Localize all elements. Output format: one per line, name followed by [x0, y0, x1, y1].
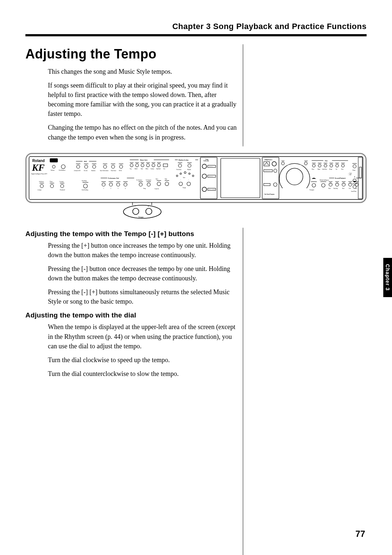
- svg-text:Song/Disk A: Song/Disk A: [208, 166, 213, 167]
- svg-text:Melody Intelligence: Melody Intelligence: [320, 179, 329, 181]
- svg-point-138: [281, 162, 284, 165]
- svg-text:Tone: Tone: [325, 160, 328, 162]
- svg-text:Oldies: Oldies: [146, 168, 149, 170]
- svg-point-6: [40, 184, 44, 187]
- svg-text:Intro: Intro: [156, 178, 158, 180]
- svg-text:Organ: Organ: [318, 169, 320, 170]
- dial-p3: Turn the dial counterclockwise to slow t…: [48, 369, 238, 378]
- svg-point-54: [124, 183, 127, 186]
- svg-rect-1: [50, 158, 58, 162]
- svg-rect-78: [163, 164, 168, 167]
- svg-text:Percussion: Percussion: [176, 169, 181, 170]
- svg-text:Rhythm Section: Rhythm Section: [179, 159, 189, 161]
- svg-point-120: [202, 174, 207, 178]
- svg-rect-134: [264, 183, 270, 186]
- svg-text:Tempo: Tempo: [183, 187, 186, 189]
- intro-p3: Changing the tempo has no effect on the …: [48, 123, 238, 142]
- section-heading-dial: Adjusting the tempo with the dial: [25, 311, 238, 319]
- svg-point-145: [322, 183, 325, 187]
- svg-text:Piano: Piano: [312, 169, 314, 170]
- svg-text:Fwd: Fwd: [349, 188, 351, 189]
- svg-text:Country: Country: [151, 168, 154, 170]
- tempo-button-group: IntroCount In Start: [155, 178, 169, 190]
- svg-text:Pop: Pop: [130, 168, 132, 170]
- svg-text:Intro/Ending: Intro/Ending: [82, 189, 88, 191]
- intro-block: This changes the song and Music Style te…: [25, 67, 238, 142]
- svg-point-151: [313, 164, 315, 167]
- svg-point-104: [180, 173, 181, 174]
- svg-point-135: [273, 183, 277, 186]
- svg-text:Sax: Sax: [336, 169, 338, 170]
- svg-point-117: [202, 164, 207, 169]
- svg-text:−: −: [180, 179, 181, 181]
- svg-text:Ambience: Ambience: [39, 181, 44, 182]
- dial-group: [279, 161, 310, 188]
- chapter-header: Chapter 3 Song Playback and Practice Fun…: [25, 22, 367, 31]
- svg-point-174: [330, 183, 331, 183]
- svg-point-157: [324, 164, 327, 167]
- svg-point-75: [158, 163, 160, 166]
- svg-point-23: [85, 165, 88, 168]
- svg-point-107: [192, 175, 194, 177]
- svg-text:To Variation: To Variation: [136, 179, 142, 181]
- svg-point-111: [187, 182, 191, 186]
- svg-text:Golden Favors: Golden Favors: [264, 170, 270, 171]
- svg-text:Guitar/Bass: Guitar/Bass: [322, 169, 327, 170]
- svg-point-2: [52, 165, 55, 168]
- svg-text:Music Assistant: Music Assistant: [208, 189, 215, 190]
- svg-text:Reverb: Reverb: [84, 170, 87, 171]
- buttons-p2: Pressing the [-] button once decreases t…: [48, 264, 238, 283]
- svg-text:Big Band: Big Band: [156, 168, 161, 170]
- svg-point-163: [336, 164, 339, 167]
- svg-point-207: [133, 208, 139, 214]
- svg-point-69: [147, 163, 150, 166]
- svg-point-20: [77, 165, 80, 168]
- svg-text:One Touch Program: One Touch Program: [264, 194, 274, 195]
- svg-text:Voice: Voice: [341, 169, 344, 170]
- svg-point-186: [350, 183, 351, 183]
- svg-point-190: [356, 183, 357, 183]
- svg-text:+: +: [148, 205, 149, 208]
- svg-point-80: [139, 183, 142, 186]
- svg-text:Start/Stop: Start/Stop: [82, 180, 87, 182]
- svg-text:3: 3: [118, 188, 119, 189]
- svg-text:Arrange: Arrange: [37, 189, 42, 191]
- svg-text:—  Split: — Split: [348, 174, 352, 175]
- svg-point-140: [305, 162, 307, 165]
- svg-point-196: [354, 177, 355, 177]
- svg-text:Style Orchestrator: Style Orchestrator: [100, 170, 109, 171]
- svg-point-154: [318, 164, 321, 167]
- svg-text:Bwd: Bwd: [342, 188, 344, 189]
- control-panel-svg: Roland KF Digital Intelligent Piano KF7 …: [29, 156, 363, 200]
- svg-text:Grand Piano: Grand Piano: [351, 191, 357, 192]
- control-panel-figure: Roland KF Digital Intelligent Piano KF7 …: [25, 153, 367, 219]
- svg-point-87: [157, 182, 161, 186]
- svg-point-91: [165, 182, 169, 186]
- svg-text:inDigiScanner: inDigiScanner: [264, 159, 272, 161]
- svg-point-133: [274, 169, 277, 172]
- svg-text:Rock: Rock: [141, 168, 143, 170]
- model-sub-text: Digital Intelligent Piano KF7: [31, 173, 47, 175]
- svg-text:2: 2: [111, 188, 111, 189]
- svg-text:Music Style: Music Style: [140, 159, 148, 161]
- svg-point-192: [353, 165, 356, 168]
- svg-point-83: [147, 183, 150, 186]
- page-number: 77: [355, 529, 365, 539]
- svg-point-166: [342, 164, 344, 167]
- svg-point-10: [50, 184, 54, 187]
- svg-text:4: 4: [125, 188, 126, 189]
- svg-text:Performance Pad: Performance Pad: [108, 177, 119, 179]
- svg-text:Start: Start: [165, 178, 167, 180]
- svg-text:Sync: Sync: [183, 177, 185, 178]
- svg-point-182: [343, 183, 344, 183]
- svg-text:Part Balance: Part Balance: [59, 170, 66, 171]
- svg-point-4: [61, 165, 65, 169]
- svg-text:Collection: Collection: [203, 160, 209, 162]
- svg-text:Volume: Volume: [50, 170, 55, 171]
- svg-point-51: [117, 183, 120, 186]
- svg-point-208: [146, 208, 152, 214]
- intro-p1: This changes the song and Music Style te…: [48, 67, 238, 76]
- svg-point-36: [111, 165, 115, 168]
- side-tab: Chapter 3: [383, 258, 392, 297]
- svg-point-60: [130, 163, 133, 166]
